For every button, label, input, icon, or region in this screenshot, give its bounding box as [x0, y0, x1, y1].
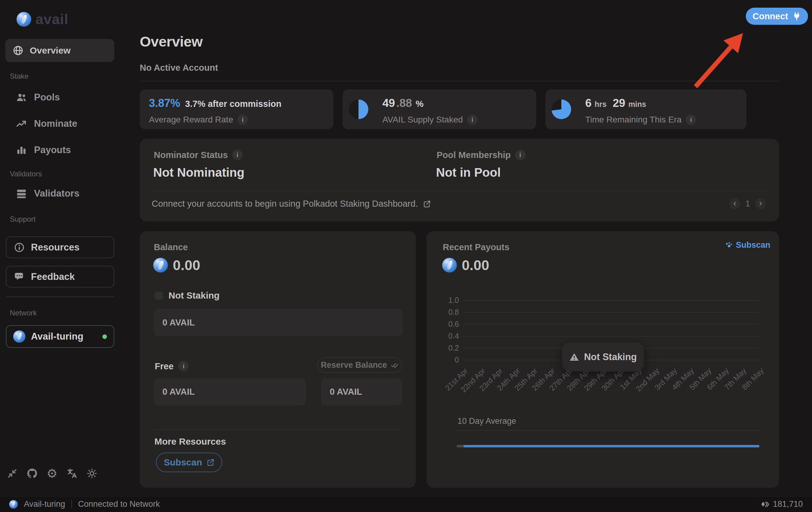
not-staking-label: Not Staking — [169, 290, 220, 301]
free-amount-box: 0 AVAIL — [154, 378, 306, 405]
sidebar-item-label: Nominate — [34, 118, 77, 129]
supply-int: 49 — [382, 97, 395, 110]
stat-card-reward-rate: 3.87% 3.7% after commission Average Rewa… — [140, 89, 334, 129]
more-resources-label: More Resources — [154, 436, 226, 447]
y-axis-tick: 0.6 — [423, 320, 459, 329]
supply-staked-pie-icon — [349, 99, 368, 119]
users-icon — [16, 92, 27, 103]
payouts-title: Recent Payouts — [443, 242, 510, 252]
pool-membership-label: Pool Membership — [437, 150, 511, 160]
era-minutes: 29 — [612, 97, 625, 110]
sidebar-heading-stake: Stake — [10, 72, 29, 81]
status-card-divider — [151, 190, 768, 191]
footer-separator — [71, 500, 72, 509]
pagination: 1 — [729, 198, 766, 209]
era-label: Time Remaining This Era — [585, 115, 682, 125]
supply-label: AVAIL Supply Staked — [382, 115, 463, 125]
supply-unit: % — [416, 99, 424, 109]
block-icon — [760, 500, 769, 509]
era-hours: 6 — [585, 97, 592, 110]
bar-chart-icon — [16, 144, 27, 156]
info-icon[interactable]: i — [515, 150, 525, 160]
info-icon[interactable]: i — [686, 115, 696, 125]
external-link-icon — [423, 200, 431, 208]
ten-day-average-line — [464, 445, 759, 447]
github-icon[interactable] — [26, 467, 38, 480]
resources-button[interactable]: Resources — [6, 236, 114, 258]
info-icon[interactable]: i — [237, 115, 248, 125]
feedback-button[interactable]: Feedback — [6, 266, 114, 288]
sidebar-divider — [6, 296, 114, 297]
info-icon[interactable]: i — [178, 361, 189, 371]
reserve-balance-toggle[interactable]: Reserve Balance — [317, 357, 402, 373]
staked-amount-box: 0 AVAIL — [154, 309, 403, 336]
language-icon[interactable] — [66, 467, 78, 480]
sidebar-footer-icons: ⚙ — [6, 467, 98, 480]
y-axis-tick: 0 — [423, 356, 459, 364]
sidebar-item-validators[interactable]: Validators — [16, 187, 79, 200]
not-staking-badge: Not Staking — [562, 342, 644, 371]
stat-card-supply-staked: 49 .88 % AVAIL Supply Staked i — [343, 89, 536, 129]
avail-network-icon — [13, 330, 25, 343]
era-minutes-unit: mins — [629, 100, 646, 109]
chart-gridline — [463, 300, 759, 301]
subscan-button[interactable]: Subscan — [156, 453, 222, 472]
info-icon[interactable]: i — [467, 115, 478, 125]
page-next-button[interactable] — [755, 198, 766, 209]
not-staking-legend-box — [155, 292, 163, 300]
avail-logo-icon — [17, 12, 31, 27]
sidebar-item-pools[interactable]: Pools — [16, 91, 60, 104]
connect-label: Connect — [753, 11, 788, 22]
sidebar-heading-network: Network — [10, 309, 37, 317]
balance-title: Balance — [154, 242, 188, 252]
balance-card-divider — [154, 429, 403, 430]
avail-token-icon — [153, 258, 168, 273]
sidebar-item-label: Pools — [34, 92, 60, 103]
stat-card-era-time: 6 hrs 29 mins Time Remaining This Era i — [545, 89, 747, 129]
trending-up-icon — [16, 118, 27, 129]
subscan-link[interactable]: Subscan — [725, 240, 770, 250]
connect-prompt[interactable]: Connect your accounts to begin using Pol… — [152, 199, 431, 209]
brand[interactable]: avail — [17, 11, 68, 28]
supply-dec: .88 — [396, 97, 412, 110]
sidebar-item-overview[interactable]: Overview — [5, 39, 114, 62]
connect-button[interactable]: Connect — [746, 8, 808, 25]
sidebar-item-nominate[interactable]: Nominate — [16, 117, 77, 130]
nominator-status-label: Nominator Status — [154, 150, 228, 160]
double-check-icon — [391, 361, 399, 369]
sidebar-item-label: Validators — [34, 188, 79, 199]
avg-line-start — [457, 445, 464, 447]
external-link-icon — [206, 458, 214, 466]
era-time-pie-icon — [552, 99, 571, 119]
avg-chart-gridline — [457, 430, 759, 431]
sidebar-heading-validators: Validators — [10, 170, 42, 178]
era-hours-unit: hrs — [595, 100, 607, 109]
server-icon — [16, 188, 27, 199]
reserve-amount-box: 0 AVAIL — [321, 378, 402, 405]
collapse-sidebar-icon[interactable] — [6, 467, 19, 480]
page-prev-button[interactable] — [729, 198, 740, 209]
avail-token-icon — [442, 258, 457, 273]
y-axis-tick: 0.8 — [423, 308, 459, 317]
y-axis-tick: 0.4 — [423, 332, 459, 340]
block-height: 181,710 — [773, 500, 803, 509]
sidebar-item-payouts[interactable]: Payouts — [16, 143, 71, 157]
subscan-logo-icon — [725, 242, 733, 249]
page-title: Overview — [140, 33, 203, 50]
info-icon[interactable]: i — [232, 150, 243, 160]
sidebar-item-label: Overview — [30, 45, 70, 56]
ten-day-average-label: 10 Day Average — [458, 417, 516, 426]
info-circle-icon — [14, 242, 25, 253]
payouts-amount: 0.00 — [462, 257, 489, 273]
reward-rate-label: Average Reward Rate — [149, 115, 233, 125]
network-selector-button[interactable]: Avail-turing — [6, 325, 114, 348]
connection-status: Connected to Network — [78, 500, 160, 509]
chart-gridline — [463, 324, 759, 325]
theme-sun-icon[interactable] — [86, 467, 98, 480]
y-axis-tick: 1.0 — [423, 296, 459, 305]
reward-rate-note: 3.7% after commission — [185, 99, 281, 109]
reward-rate-value: 3.87% — [149, 97, 180, 110]
chart-gridline — [463, 336, 759, 336]
settings-gear-icon[interactable]: ⚙ — [46, 467, 58, 480]
y-axis-tick: 0.2 — [423, 343, 459, 353]
